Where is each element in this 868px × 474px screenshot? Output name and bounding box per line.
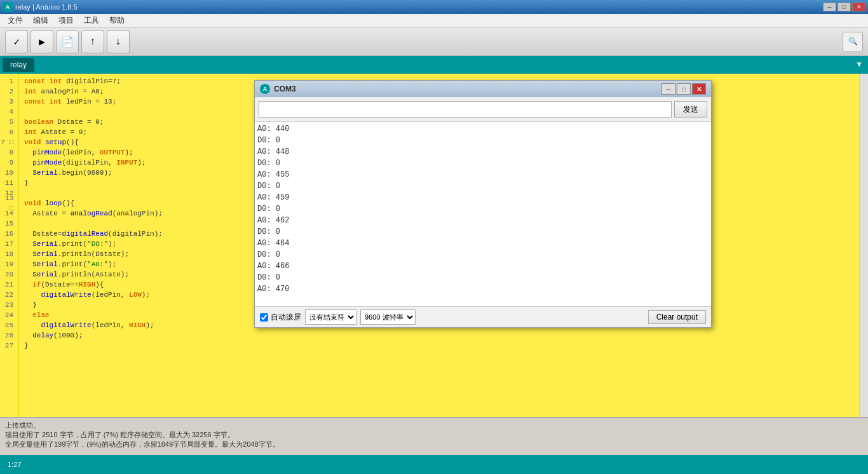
window-title: relay | Arduino 1.8.5 <box>15 3 823 11</box>
com-output-line: A0: 455 <box>257 169 709 180</box>
com-output-line: D0: 0 <box>257 226 709 238</box>
line-num-2: 2 <box>0 86 16 97</box>
send-button[interactable]: 发送 <box>674 101 707 118</box>
line-num-9: 9 <box>0 158 16 168</box>
com-dialog-title: A COM3 ─ □ ✕ <box>255 81 711 97</box>
line-num-6: 6 <box>0 127 16 137</box>
com-output-line: D0: 0 <box>257 158 709 169</box>
open-button[interactable]: ↑ <box>81 30 104 53</box>
line-num-26: 26 <box>0 330 16 341</box>
window-controls: ─ □ ✕ <box>823 3 865 11</box>
clear-output-button[interactable]: Clear output <box>648 310 706 324</box>
minimize-button[interactable]: ─ <box>823 3 836 11</box>
line-num-8: 8 <box>0 147 16 158</box>
console-line1: 项目使用了 2510 字节，占用了 (7%) 程序存储空间。最大为 32256 … <box>5 430 863 440</box>
line-num-16: 16 <box>0 229 16 239</box>
com-output-line: D0: 0 <box>257 203 709 215</box>
menu-help[interactable]: 帮助 <box>104 14 130 27</box>
com-maximize-button[interactable]: □ <box>677 83 691 95</box>
com-output-line: A0: 466 <box>257 261 709 272</box>
com-footer: 自动滚屏 没有结束符换行回车回车加换行 3001200240048009600 … <box>255 306 711 327</box>
com-output-line: D0: 0 <box>257 272 709 283</box>
close-button[interactable]: ✕ <box>852 3 865 11</box>
console-status: 上传成功。 <box>5 421 863 430</box>
com-output-line: A0: 464 <box>257 238 709 249</box>
cursor-position: 1:27 <box>8 461 21 468</box>
line-num-7: 7 □ <box>0 137 16 147</box>
menu-edit[interactable]: 编辑 <box>28 14 53 27</box>
line-num-25: 25 <box>0 320 16 330</box>
tab-bar: relay ▼ <box>0 56 868 74</box>
line-num-15: 15 <box>0 219 16 229</box>
line-num-13: 13 □ <box>0 198 16 208</box>
tab-dropdown[interactable]: ▼ <box>853 58 865 71</box>
com-dialog-controls: ─ □ ✕ <box>661 83 706 95</box>
status-bar: 1:27 <box>0 455 868 474</box>
toolbar: ✓ ▶ 📄 ↑ ↓ 🔍 <box>0 28 868 56</box>
line-num-5: 5 <box>0 117 16 127</box>
com-dialog-title-text: COM3 <box>274 85 296 93</box>
console-line2: 全局变量使用了199字节，(9%)的动态内存，余留1849字节局部变量。最大为2… <box>5 440 863 449</box>
line-num-22: 22 <box>0 290 16 300</box>
com-input-bar: 发送 <box>255 97 711 122</box>
code-line-26: delay(1000); <box>24 330 854 341</box>
app-icon: A <box>3 2 13 12</box>
com-output-line: A0: 470 <box>257 283 709 295</box>
com-dialog-icon: A <box>260 84 270 94</box>
com-output[interactable]: A0: 440D0: 0A0: 448D0: 0A0: 455D0: 0A0: … <box>255 122 711 306</box>
line-num-19: 19 <box>0 259 16 269</box>
com-minimize-button[interactable]: ─ <box>661 83 675 95</box>
line-num-3: 3 <box>0 97 16 107</box>
menu-project[interactable]: 项目 <box>53 14 79 27</box>
autoscroll-checkbox[interactable] <box>260 313 268 322</box>
title-bar: A relay | Arduino 1.8.5 ─ □ ✕ <box>0 0 868 14</box>
maximize-button[interactable]: □ <box>837 3 851 11</box>
save-button[interactable]: ↓ <box>107 30 130 53</box>
com-close-button[interactable]: ✕ <box>692 83 706 95</box>
editor-area: 1 2 3 4 5 6 7 □ 8 9 10 11 12 13 □ 14 15 … <box>0 74 868 417</box>
com-output-line: D0: 0 <box>257 180 709 192</box>
verify-button[interactable]: ✓ <box>5 30 28 53</box>
search-button[interactable]: 🔍 <box>843 32 863 52</box>
line-num-20: 20 <box>0 269 16 280</box>
line-num-27: 27 <box>0 341 16 351</box>
line-num-17: 17 <box>0 239 16 249</box>
line-num-23: 23 <box>0 300 16 310</box>
tab-relay[interactable]: relay <box>3 58 34 72</box>
menu-bar: 文件 编辑 项目 工具 帮助 <box>0 14 868 28</box>
com-output-line: D0: 0 <box>257 135 709 146</box>
baud-rate-select[interactable]: 3001200240048009600 波特率19200384005760011… <box>360 309 416 325</box>
com-output-line: A0: 459 <box>257 192 709 203</box>
line-num-24: 24 <box>0 310 16 320</box>
com-output-line: D0: 0 <box>257 249 709 261</box>
line-num-10: 10 <box>0 168 16 178</box>
new-button[interactable]: 📄 <box>56 30 79 53</box>
line-num-1: 1 <box>0 76 16 86</box>
line-num-21: 21 <box>0 280 16 290</box>
com-input[interactable] <box>259 101 672 118</box>
com-output-line: A0: 448 <box>257 146 709 158</box>
line-num-11: 11 <box>0 178 16 188</box>
com-output-line: A0: 440 <box>257 123 709 135</box>
com-output-line: A0: 462 <box>257 215 709 226</box>
line-num-4: 4 <box>0 107 16 117</box>
upload-button[interactable]: ▶ <box>31 30 53 53</box>
console-area: 上传成功。 项目使用了 2510 字节，占用了 (7%) 程序存储空间。最大为 … <box>0 417 868 455</box>
no-ending-select[interactable]: 没有结束符换行回车回车加换行 <box>305 309 356 325</box>
autoscroll-label[interactable]: 自动滚屏 <box>260 312 301 323</box>
editor-scrollbar[interactable] <box>859 74 868 417</box>
line-numbers: 1 2 3 4 5 6 7 □ 8 9 10 11 12 13 □ 14 15 … <box>0 74 19 417</box>
com-dialog: A COM3 ─ □ ✕ 发送 A0: 440D0: 0A0: 448D0: 0… <box>254 80 712 328</box>
code-line-27: } <box>24 341 854 351</box>
menu-file[interactable]: 文件 <box>3 14 28 27</box>
menu-tools[interactable]: 工具 <box>79 14 104 27</box>
line-num-18: 18 <box>0 249 16 259</box>
